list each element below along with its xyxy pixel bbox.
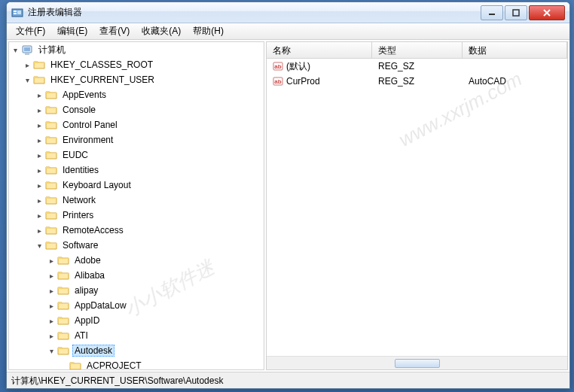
tree-toggle-icon[interactable]: ▾	[45, 347, 57, 355]
minimize-button[interactable]	[481, 5, 503, 20]
tree-toggle-icon[interactable]: ▸	[33, 106, 45, 114]
tree-pane[interactable]: ▾计算机▸HKEY_CLASSES_ROOT▾HKEY_CURRENT_USER…	[8, 41, 264, 370]
folder-icon	[57, 270, 69, 281]
menu-help[interactable]: 帮助(H)	[187, 23, 230, 39]
tree-label[interactable]: Printers	[60, 209, 96, 221]
tree-label[interactable]: alipay	[72, 284, 100, 296]
col-header-name[interactable]: 名称	[267, 42, 372, 58]
tree-toggle-icon[interactable]: ▾	[21, 76, 33, 84]
tree-hkcr[interactable]: ▸HKEY_CLASSES_ROOT	[9, 57, 264, 72]
tree-item[interactable]: ▸EUDC	[9, 147, 264, 163]
tree-label[interactable]: Environment	[60, 134, 115, 146]
tree-item[interactable]: ▸Environment	[9, 132, 264, 147]
tree-toggle-icon[interactable]: ▸	[33, 181, 45, 190]
tree-toggle-icon[interactable]: ▸	[45, 317, 57, 325]
tree-autodesk[interactable]: ▾Autodesk	[9, 343, 264, 358]
window-controls	[479, 5, 565, 20]
tree-toggle-icon[interactable]: ▸	[45, 287, 57, 295]
folder-icon	[57, 255, 69, 266]
string-value-icon: ab	[273, 76, 283, 87]
tree-item[interactable]: ▸Keyboard Layout	[9, 178, 264, 193]
col-header-type[interactable]: 类型	[372, 42, 463, 58]
menu-edit[interactable]: 编辑(E)	[51, 23, 93, 39]
close-button[interactable]	[529, 5, 565, 20]
menu-favorites[interactable]: 收藏夹(A)	[136, 23, 187, 39]
svg-rect-10	[25, 53, 29, 55]
tree-hkcu[interactable]: ▾HKEY_CURRENT_USER	[9, 72, 264, 87]
tree-toggle-icon[interactable]: ▸	[33, 166, 45, 175]
menubar: 文件(F) 编辑(E) 查看(V) 收藏夹(A) 帮助(H)	[7, 23, 569, 40]
tree-label[interactable]: EUDC	[60, 149, 90, 161]
list-row[interactable]: abCurProdREG_SZAutoCAD	[267, 74, 567, 89]
tree-label[interactable]: AppDataLow	[72, 299, 129, 311]
tree-label[interactable]: RemoteAccess	[60, 224, 126, 236]
tree-item[interactable]: ▸ATI	[9, 328, 264, 343]
tree-label[interactable]: Network	[60, 194, 98, 206]
folder-icon	[45, 195, 57, 205]
tree-item[interactable]: ▸Identities	[9, 163, 264, 178]
folder-icon	[45, 225, 57, 236]
folder-icon	[45, 240, 57, 251]
tree-toggle-icon[interactable]: ▸	[33, 211, 45, 220]
tree-item[interactable]: ▸Control Panel	[9, 117, 264, 132]
folder-icon	[69, 360, 81, 370]
maximize-button[interactable]	[505, 5, 527, 20]
tree-label[interactable]: Keyboard Layout	[60, 179, 133, 191]
menu-view[interactable]: 查看(V)	[93, 23, 136, 39]
tree-toggle-icon[interactable]: ▸	[33, 151, 45, 160]
tree-item[interactable]: ▸Network	[9, 193, 264, 208]
tree-root-computer[interactable]: ▾计算机	[9, 42, 264, 57]
tree-label[interactable]: 计算机	[36, 43, 68, 57]
tree-item[interactable]: ▸AppDataLow	[9, 298, 264, 313]
tree-item[interactable]: ▸Console	[9, 102, 264, 117]
menu-file[interactable]: 文件(F)	[10, 23, 51, 39]
tree-label[interactable]: Software	[60, 239, 100, 251]
folder-icon	[33, 74, 45, 85]
tree-item[interactable]: ▸Printers	[9, 208, 264, 223]
tree-item[interactable]: ▸Alibaba	[9, 268, 264, 283]
tree-software[interactable]: ▾Software	[9, 238, 264, 253]
tree-label[interactable]: Adobe	[72, 254, 103, 266]
folder-icon	[45, 120, 57, 130]
tree-item[interactable]: ▸AppID	[9, 313, 264, 328]
horizontal-scrollbar[interactable]	[267, 356, 567, 369]
tree-acproject[interactable]: ACPROJECT	[9, 358, 264, 370]
tree-item[interactable]: ▸RemoteAccess	[9, 223, 264, 238]
tree-label[interactable]: AppEvents	[60, 89, 108, 101]
titlebar[interactable]: 注册表编辑器	[7, 2, 569, 23]
tree-label[interactable]: Identities	[60, 164, 101, 176]
tree-toggle-icon[interactable]: ▸	[33, 121, 45, 129]
tree-label[interactable]: Autodesk	[72, 345, 114, 357]
svg-text:ab: ab	[274, 78, 281, 85]
tree-toggle-icon[interactable]: ▸	[45, 272, 57, 280]
list-row[interactable]: ab(默认)REG_SZ	[267, 59, 567, 74]
tree-toggle-icon[interactable]: ▸	[33, 136, 45, 144]
tree-item[interactable]: ▸alipay	[9, 283, 264, 298]
scroll-thumb[interactable]	[395, 359, 440, 368]
tree-toggle-icon[interactable]: ▸	[33, 196, 45, 205]
tree-toggle-icon[interactable]: ▾	[33, 242, 45, 250]
tree-label[interactable]: HKEY_CURRENT_USER	[48, 74, 157, 86]
tree-label[interactable]: ACPROJECT	[84, 360, 144, 370]
tree-label[interactable]: Alibaba	[72, 269, 107, 281]
tree-label[interactable]: HKEY_CLASSES_ROOT	[48, 59, 155, 71]
list-body[interactable]: ab(默认)REG_SZabCurProdREG_SZAutoCAD	[267, 59, 567, 356]
tree-toggle-icon[interactable]: ▾	[9, 46, 21, 54]
string-value-icon: ab	[273, 61, 283, 71]
tree-label[interactable]: Control Panel	[60, 119, 120, 131]
tree-label[interactable]: AppID	[72, 315, 102, 327]
tree-toggle-icon[interactable]: ▸	[45, 302, 57, 310]
tree-item[interactable]: ▸AppEvents	[9, 87, 264, 102]
col-header-data[interactable]: 数据	[463, 42, 567, 58]
tree-label[interactable]: Console	[60, 104, 98, 116]
tree-toggle-icon[interactable]: ▸	[21, 61, 33, 69]
tree-item[interactable]: ▸Adobe	[9, 253, 264, 268]
folder-icon	[57, 330, 69, 341]
tree-toggle-icon[interactable]: ▸	[33, 91, 45, 99]
tree-toggle-icon[interactable]: ▸	[45, 332, 57, 340]
tree-toggle-icon[interactable]: ▸	[45, 257, 57, 265]
tree-label[interactable]: ATI	[72, 330, 90, 342]
window-title: 注册表编辑器	[28, 6, 479, 19]
tree-toggle-icon[interactable]: ▸	[33, 226, 45, 235]
folder-icon	[45, 90, 57, 100]
